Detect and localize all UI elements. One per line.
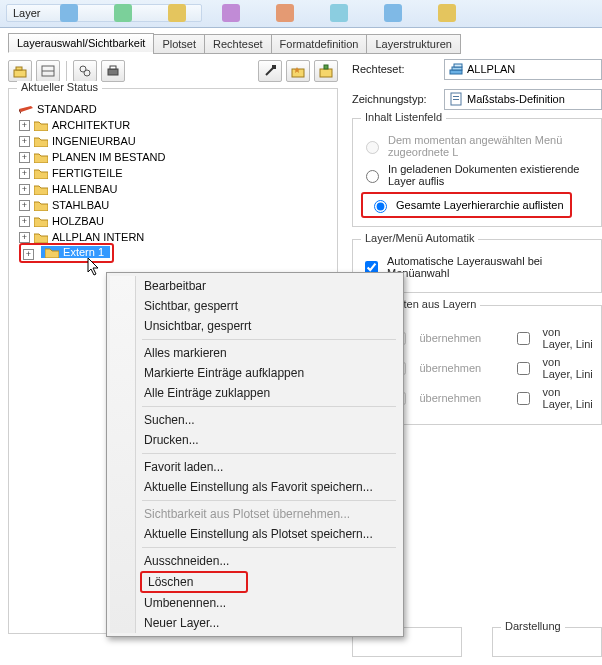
- label-rechteset: Rechteset:: [352, 63, 444, 75]
- menu-separator: [142, 453, 396, 454]
- checkbox-label: Automatische Layerauswahl bei Menüanwahl: [387, 255, 593, 279]
- toolbar-btn-find[interactable]: [73, 60, 97, 82]
- tree-item-fertigteile[interactable]: + FERTIGTEILE: [13, 165, 333, 181]
- tree-label: STANDARD: [37, 103, 97, 115]
- titlebar-icons: [60, 4, 456, 22]
- tree-item-hallenbau[interactable]: + HALLENBAU: [13, 181, 333, 197]
- svg-rect-17: [454, 64, 462, 67]
- svg-marker-13: [19, 106, 33, 112]
- menu-neuer-layer[interactable]: Neuer Layer...: [110, 613, 400, 633]
- expand-icon[interactable]: +: [19, 136, 30, 147]
- svg-rect-7: [110, 66, 116, 69]
- menu-bearbeitbar[interactable]: Bearbeitbar: [110, 276, 400, 296]
- expand-icon[interactable]: +: [19, 184, 30, 195]
- radio-label: Dem momentan angewählten Menü zugeordnet…: [388, 134, 593, 158]
- svg-rect-9: [272, 65, 276, 69]
- combo-rechteset[interactable]: ALLPLAN: [444, 59, 602, 80]
- menu-umbenennen[interactable]: Umbenennen...: [110, 593, 400, 613]
- menu-markierte-aufklappen[interactable]: Markierte Einträge aufklappen: [110, 363, 400, 383]
- label-zeichnungstyp: Zeichnungstyp:: [352, 93, 444, 105]
- checkbox-from-layer[interactable]: [517, 362, 530, 375]
- menu-alle-zuklappen[interactable]: Alle Einträge zuklappen: [110, 383, 400, 403]
- tree-label: STAHLBAU: [52, 199, 109, 211]
- tree-item-ingenieurbau[interactable]: + INGENIEURBAU: [13, 133, 333, 149]
- svg-rect-1: [16, 67, 22, 70]
- radio-label: In geladenen Dokumenten existierende Lay…: [388, 163, 593, 187]
- tab-layer-visibility[interactable]: Layerauswahl/Sichtbarkeit: [8, 33, 154, 53]
- menu-favorit-laden[interactable]: Favorit laden...: [110, 457, 400, 477]
- menu-unsichtbar-gesperrt[interactable]: Unsichtbar, gesperrt: [110, 316, 400, 336]
- expand-icon[interactable]: +: [23, 249, 34, 260]
- cursor-icon: [87, 257, 101, 277]
- radio-input[interactable]: [374, 200, 387, 213]
- tree-legend: Aktueller Status: [17, 81, 102, 93]
- menu-favorit-speichern[interactable]: Aktuelle Einstellung als Favorit speiche…: [110, 477, 400, 497]
- radio-menu-layers: Dem momentan angewählten Menü zugeordnet…: [361, 134, 593, 158]
- expand-icon[interactable]: +: [19, 200, 30, 211]
- field-value: ALLPLAN: [467, 63, 515, 75]
- tab-bar: Layerauswahl/Sichtbarkeit Plotset Rechte…: [8, 32, 602, 52]
- tree-item-holzbau[interactable]: + HOLZBAU: [13, 213, 333, 229]
- menu-plotset-speichern[interactable]: Aktuelle Einstellung als Plotset speiche…: [110, 524, 400, 544]
- toolbar-btn-eyedropper[interactable]: [258, 60, 282, 82]
- menu-suchen[interactable]: Suchen...: [110, 410, 400, 430]
- expand-icon[interactable]: +: [19, 120, 30, 131]
- menu-sichtbar-gesperrt[interactable]: Sichtbar, gesperrt: [110, 296, 400, 316]
- tree-item-standard[interactable]: STANDARD: [13, 101, 333, 117]
- radio-input[interactable]: [366, 170, 379, 183]
- fieldset-legend: Layer/Menü Automatik: [361, 232, 478, 244]
- menu-plotset-uebernehmen: Sichtbarkeit aus Plotset übernehmen...: [110, 504, 400, 524]
- checkbox-from-layer[interactable]: [517, 392, 530, 405]
- tree-label: HOLZBAU: [52, 215, 104, 227]
- tree-label: PLANEN IM BESTAND: [52, 151, 166, 163]
- tab-plotset[interactable]: Plotset: [153, 34, 205, 54]
- tree-label: FERTIGTEILE: [52, 167, 123, 179]
- svg-rect-20: [453, 99, 459, 100]
- tree-label: INGENIEURBAU: [52, 135, 136, 147]
- tree-item-planen[interactable]: + PLANEN IM BESTAND: [13, 149, 333, 165]
- tab-formatdefinition[interactable]: Formatdefinition: [271, 34, 368, 54]
- toolbar-btn-fav-save[interactable]: [314, 60, 338, 82]
- menu-separator: [142, 547, 396, 548]
- toolbar-btn-1[interactable]: [8, 60, 32, 82]
- fieldset-bottom-2: Darstellung: [492, 627, 602, 657]
- expand-icon[interactable]: +: [19, 168, 30, 179]
- tree-label: HALLENBAU: [52, 183, 117, 195]
- menu-separator: [142, 339, 396, 340]
- svg-rect-11: [320, 69, 332, 77]
- stack-icon: [449, 62, 463, 76]
- fieldset-listbox: Inhalt Listenfeld Dem momentan angewählt…: [352, 118, 602, 227]
- checkbox-from-layer[interactable]: [517, 332, 530, 345]
- doc-icon: [449, 92, 463, 106]
- tab-rechteset[interactable]: Rechteset: [204, 34, 272, 54]
- radio-label: Gesamte Layerhierarchie auflisten: [396, 199, 564, 211]
- tree-item-architektur[interactable]: + ARCHITEKTUR: [13, 117, 333, 133]
- menu-separator: [142, 500, 396, 501]
- svg-rect-12: [324, 65, 328, 69]
- menu-ausschneiden[interactable]: Ausschneiden...: [110, 551, 400, 571]
- menu-loeschen[interactable]: Löschen: [140, 571, 248, 593]
- tab-layerstrukturen[interactable]: Layerstrukturen: [366, 34, 460, 54]
- fieldset-legend: Inhalt Listenfeld: [361, 111, 446, 123]
- svg-rect-15: [450, 70, 462, 74]
- svg-rect-0: [14, 70, 26, 77]
- radio-loaded-docs[interactable]: In geladenen Dokumenten existierende Lay…: [361, 163, 593, 187]
- expand-icon[interactable]: +: [19, 152, 30, 163]
- menu-alles-markieren[interactable]: Alles markieren: [110, 343, 400, 363]
- tree-item-stahlbau[interactable]: + STAHLBAU: [13, 197, 333, 213]
- expand-icon[interactable]: +: [19, 216, 30, 227]
- toolbar-btn-print[interactable]: [101, 60, 125, 82]
- tree-item-extern-1[interactable]: + Extern 1: [13, 245, 333, 261]
- menu-drucken[interactable]: Drucken...: [110, 430, 400, 450]
- expand-icon[interactable]: +: [19, 232, 30, 243]
- titlebar: Layer: [0, 0, 602, 28]
- tree-label: ALLPLAN INTERN: [52, 231, 144, 243]
- combo-zeichnungstyp[interactable]: Maßstabs-Definition: [444, 89, 602, 110]
- toolbar-btn-2[interactable]: [36, 60, 60, 82]
- tree-label: ARCHITEKTUR: [52, 119, 130, 131]
- toolbar-btn-fav-load[interactable]: [286, 60, 310, 82]
- radio-full-hierarchy-highlight: Gesamte Layerhierarchie auflisten: [361, 192, 572, 218]
- context-menu: Bearbeitbar Sichtbar, gesperrt Unsichtba…: [106, 272, 404, 637]
- svg-rect-6: [108, 69, 118, 75]
- menu-separator: [142, 406, 396, 407]
